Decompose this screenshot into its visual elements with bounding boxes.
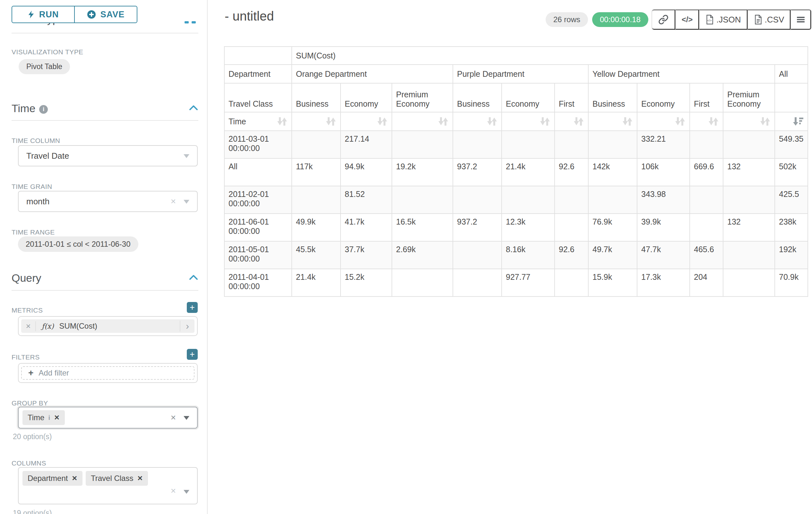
value-cell: 49.7k — [588, 241, 637, 269]
metric-remove-icon[interactable]: × — [21, 321, 36, 331]
add-filter-dropzone[interactable]: + Add filter — [21, 366, 195, 380]
metric-expand-icon[interactable]: › — [180, 321, 195, 331]
chevron-down-icon — [183, 416, 190, 420]
columns-select[interactable]: Department ✕ Travel Class ✕ × — [18, 467, 198, 504]
value-cell: 92.6 — [555, 158, 588, 186]
time-column-value: Travel Date — [26, 151, 69, 161]
sort-icon — [573, 117, 584, 126]
sort-header[interactable] — [392, 112, 453, 131]
sort-header[interactable] — [341, 112, 392, 131]
remove-icon[interactable]: ✕ — [137, 475, 143, 482]
save-button[interactable]: SAVE — [74, 6, 137, 23]
value-cell: 192k — [775, 241, 808, 269]
chevron-down-icon — [183, 490, 190, 494]
value-cell — [392, 131, 453, 158]
sort-icon — [325, 117, 336, 126]
add-filter-button[interactable]: + — [187, 349, 198, 360]
value-cell: 106k — [637, 158, 690, 186]
time-grain-select[interactable]: month × — [18, 191, 198, 212]
collapse-time-section-button[interactable] — [189, 105, 198, 112]
value-cell: 332.21 — [637, 131, 690, 158]
link-icon — [658, 15, 669, 25]
value-cell: 15.9k — [588, 269, 637, 297]
sort-header[interactable] — [588, 112, 637, 131]
group-header: Orange Department — [292, 64, 453, 83]
value-cell: 19.2k — [392, 158, 453, 186]
visualization-type-pill[interactable]: Pivot Table — [19, 59, 70, 74]
value-cell: 37.7k — [341, 241, 392, 269]
remove-icon[interactable]: ✕ — [71, 475, 77, 482]
menu-button[interactable] — [790, 10, 811, 30]
value-cell — [723, 241, 775, 269]
value-cell — [555, 186, 588, 214]
control-panel: Chart Type RUN SAVE VISUALIZATION TYPE P… — [0, 0, 208, 514]
value-cell: 343.98 — [637, 186, 690, 214]
sort-icon — [487, 117, 497, 126]
leaf-column-header: Business — [453, 83, 502, 112]
metric-pill[interactable]: × ƒ(x) SUM(Cost) › — [21, 319, 195, 333]
export-json-button[interactable]: </> .JSON — [699, 10, 748, 30]
time-column-label: TIME COLUMN — [11, 137, 60, 144]
sort-header[interactable] — [453, 112, 502, 131]
value-cell — [502, 186, 555, 214]
value-cell — [392, 186, 453, 214]
value-cell — [723, 186, 775, 214]
metric-header: SUM(Cost) — [292, 47, 808, 64]
sort-header[interactable] — [637, 112, 690, 131]
remove-icon[interactable]: ✕ — [54, 414, 60, 422]
columns-pill: Travel Class ✕ — [86, 471, 148, 486]
time-column-select[interactable]: Travel Date — [18, 145, 198, 166]
leaf-column-header: Economy — [341, 83, 392, 112]
hamburger-icon — [797, 16, 805, 23]
share-link-button[interactable] — [652, 10, 675, 30]
value-cell: 937.2 — [453, 214, 502, 241]
bolt-icon — [28, 10, 35, 19]
metric-name: SUM(Cost) — [59, 322, 97, 330]
svg-text:</>: </> — [707, 19, 712, 22]
value-cell: 39.9k — [637, 214, 690, 241]
sort-header[interactable] — [292, 112, 341, 131]
value-cell: 132 — [723, 158, 775, 186]
value-cell: 669.6 — [690, 158, 723, 186]
sort-header[interactable] — [723, 112, 775, 131]
chevron-up-icon — [189, 274, 198, 280]
time-section-heading: Timei — [11, 102, 48, 115]
value-cell: 425.5 — [775, 186, 808, 214]
value-cell: 12.3k — [502, 214, 555, 241]
value-cell: 549.35 — [775, 131, 808, 158]
page-title: - untitled — [225, 9, 274, 23]
value-cell — [588, 186, 637, 214]
clear-icon[interactable]: × — [171, 413, 176, 422]
time-row-label: Time — [229, 117, 246, 126]
row-count-badge: 26 rows — [546, 12, 588, 27]
sort-header[interactable]: Time — [224, 112, 292, 131]
run-button[interactable]: RUN — [11, 6, 75, 23]
clear-icon[interactable]: × — [171, 197, 176, 206]
value-cell — [555, 131, 588, 158]
row-header: 2011-06-01 00:00:00 — [224, 214, 292, 241]
sort-header[interactable] — [775, 112, 808, 131]
export-csv-button[interactable]: .CSV — [748, 10, 791, 30]
code-icon: </> — [682, 15, 693, 24]
clear-icon[interactable]: × — [171, 486, 176, 495]
filters-box: + Add filter — [18, 363, 198, 383]
value-cell: 238k — [775, 214, 808, 241]
collapse-query-section-button[interactable] — [189, 274, 198, 281]
embed-code-button[interactable]: </> — [675, 10, 699, 30]
columns-label: COLUMNS — [11, 459, 46, 467]
group-by-select[interactable]: Time i ✕ × — [18, 407, 198, 429]
time-range-pill[interactable]: 2011-01-01 ≤ col < 2011-06-30 — [18, 237, 138, 252]
table-row: 2011-04-01 00:00:0021.4k15.2k927.7715.9k… — [224, 269, 808, 297]
sort-header[interactable] — [555, 112, 588, 131]
value-cell: 927.77 — [502, 269, 555, 297]
sort-header[interactable] — [502, 112, 555, 131]
metrics-box: × ƒ(x) SUM(Cost) › — [18, 316, 198, 336]
columns-pill: Department ✕ — [23, 471, 83, 486]
value-cell: 49.9k — [292, 214, 341, 241]
divider — [11, 120, 198, 121]
time-grain-label: TIME GRAIN — [11, 183, 52, 190]
sort-header[interactable] — [690, 112, 723, 131]
sort-icon — [377, 117, 388, 126]
add-metric-button[interactable]: + — [187, 302, 198, 313]
divider — [11, 290, 198, 291]
